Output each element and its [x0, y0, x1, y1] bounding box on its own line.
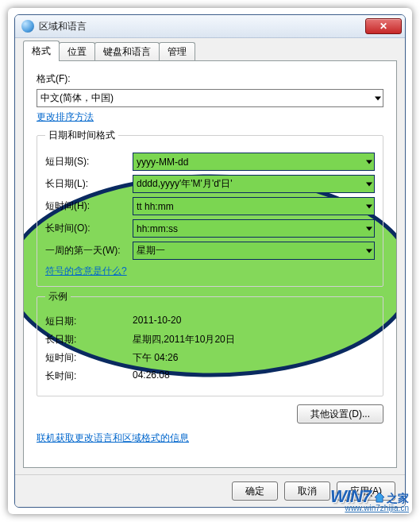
first-day-combo[interactable]: 星期一 [133, 242, 375, 260]
chevron-down-icon [366, 249, 372, 253]
watermark: WIN7 之家 www.win7zhijia.cn [330, 488, 409, 512]
ex-short-time-value: 下午 04:26 [133, 351, 178, 365]
datetime-format-legend: 日期和时间格式 [45, 129, 118, 142]
chevron-down-icon [366, 204, 372, 208]
chevron-down-icon [375, 96, 381, 100]
tab-format[interactable]: 格式 [23, 41, 60, 61]
chevron-down-icon [366, 160, 372, 164]
notation-meaning-link[interactable]: 符号的含意是什么? [45, 265, 127, 276]
examples-group: 示例 短日期: 2011-10-20 长日期: 星期四,2011年10月20日 … [37, 290, 383, 396]
tab-body-format: 格式(F): 中文(简体，中国) 更改排序方法 日期和时间格式 短日期(S): … [23, 60, 397, 468]
watermark-suffix: 之家 [387, 492, 409, 505]
cancel-button[interactable]: 取消 [284, 481, 330, 501]
tab-location[interactable]: 位置 [59, 42, 95, 61]
tab-keyboards[interactable]: 键盘和语言 [94, 42, 160, 61]
dialog-window: 区域和语言 ✕ 格式 位置 键盘和语言 管理 格式(F): 中文(简体，中国) [14, 14, 406, 508]
long-time-label: 长时间(O): [45, 222, 133, 235]
first-day-label: 一周的第一天(W): [45, 244, 133, 257]
long-time-value: hh:mm:ss [137, 223, 178, 234]
format-combo-value: 中文(简体，中国) [40, 91, 114, 105]
first-day-value: 星期一 [137, 244, 165, 257]
format-label: 格式(F): [37, 72, 383, 86]
datetime-format-group: 日期和时间格式 短日期(S): yyyy-MM-dd 长日期(L): dddd,… [37, 129, 383, 287]
change-sort-link[interactable]: 更改排序方法 [37, 111, 94, 122]
long-time-combo[interactable]: hh:mm:ss [133, 219, 375, 238]
globe-icon [21, 20, 34, 33]
ex-short-date-value: 2011-10-20 [133, 315, 181, 328]
chevron-down-icon [366, 182, 372, 186]
ex-long-time-label: 长时间: [45, 369, 133, 383]
tab-admin[interactable]: 管理 [159, 42, 195, 61]
online-info-link[interactable]: 联机获取更改语言和区域格式的信息 [37, 432, 189, 443]
short-date-combo[interactable]: yyyy-MM-dd [133, 153, 375, 171]
tab-strip: 格式 位置 键盘和语言 管理 [23, 43, 397, 60]
short-time-value: tt hh:mm [137, 201, 174, 212]
long-date-combo[interactable]: dddd,yyyy'年'M'月'd'日' [133, 175, 375, 193]
examples-legend: 示例 [45, 290, 71, 304]
close-icon: ✕ [380, 21, 387, 32]
short-time-label: 短时间(H): [45, 199, 133, 213]
chevron-down-icon [366, 226, 372, 230]
ok-button[interactable]: 确定 [232, 481, 278, 501]
ex-short-time-label: 短时间: [45, 351, 133, 365]
additional-settings-button[interactable]: 其他设置(D)... [297, 404, 383, 423]
titlebar: 区域和语言 ✕ [15, 15, 405, 38]
long-date-value: dddd,yyyy'年'M'月'd'日' [137, 177, 232, 191]
close-button[interactable]: ✕ [365, 18, 402, 34]
ex-long-date-value: 星期四,2011年10月20日 [133, 333, 235, 346]
home-icon [372, 490, 387, 505]
format-combo[interactable]: 中文(简体，中国) [37, 89, 383, 107]
ex-long-date-label: 长日期: [45, 333, 133, 346]
short-time-combo[interactable]: tt hh:mm [133, 197, 375, 215]
window-title: 区域和语言 [39, 20, 365, 33]
short-date-value: yyyy-MM-dd [137, 157, 188, 168]
short-date-label: 短日期(S): [45, 155, 133, 168]
ex-long-time-value: 04:26:08 [133, 369, 170, 383]
long-date-label: 长日期(L): [45, 177, 133, 191]
ex-short-date-label: 短日期: [45, 315, 133, 328]
